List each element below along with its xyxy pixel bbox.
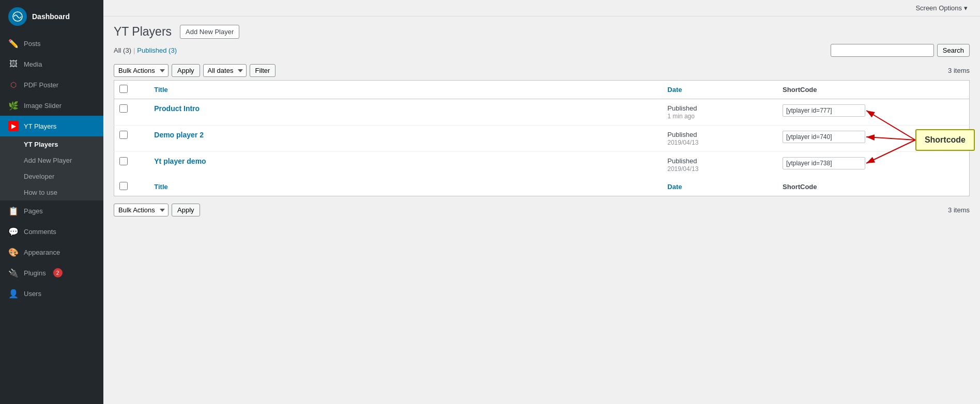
table-row: Yt player demo Published 2019/04/13 — [114, 152, 970, 178]
table-wrapper: Title Date ShortCode — [114, 80, 970, 196]
sidebar-logo[interactable]: Dashboard — [0, 0, 103, 33]
sidebar-logo-text: Dashboard — [32, 12, 70, 21]
sidebar: Dashboard ✏️ Posts 🖼 Media ⬡ PDF Poster … — [0, 0, 103, 404]
submenu-add-new-player[interactable]: Add New Player — [0, 152, 103, 168]
posts-icon: ✏️ — [8, 38, 19, 49]
search-input[interactable] — [831, 44, 934, 57]
submenu-yt-players[interactable]: YT Players — [0, 136, 103, 152]
pages-icon: 📋 — [8, 206, 19, 216]
filter-published[interactable]: Published (3) — [137, 46, 177, 54]
sidebar-item-comments[interactable]: 💬 Comments — [0, 221, 103, 242]
screen-options-button[interactable]: Screen Options ▾ — [911, 2, 972, 14]
row-date-cell-0: Published 1 min ago — [662, 99, 777, 126]
tfoot-th-checkbox — [114, 178, 149, 196]
bulk-actions-select-top[interactable]: Bulk Actions — [114, 64, 169, 77]
title-sort-link[interactable]: Title — [154, 86, 168, 94]
add-new-player-button[interactable]: Add New Player — [180, 25, 239, 39]
row-shortcode-cell-2 — [777, 152, 969, 178]
toolbar-top: Bulk Actions Apply All dates Filter 3 it… — [103, 61, 980, 80]
row-date-cell-2: Published 2019/04/13 — [662, 152, 777, 178]
row-title-link-1[interactable]: Demo player 2 — [154, 131, 204, 139]
media-icon: 🖼 — [8, 59, 19, 69]
row-checkbox-cell — [114, 152, 149, 178]
items-count-top: 3 items — [948, 67, 970, 74]
date-sort-link[interactable]: Date — [667, 86, 682, 94]
select-all-checkbox-bottom[interactable] — [119, 182, 128, 190]
sidebar-item-image-slider-label: Image Slider — [24, 102, 62, 110]
tfoot-date-sort-link[interactable]: Date — [667, 183, 682, 191]
th-date: Date — [662, 81, 777, 99]
search-bar: Search — [831, 44, 970, 57]
topbar: Screen Options ▾ — [103, 0, 980, 17]
image-slider-icon: 🌿 — [8, 100, 19, 111]
screen-options-chevron-icon: ▾ — [964, 4, 968, 12]
users-icon: 👤 — [8, 288, 19, 299]
row-checkbox-1[interactable] — [119, 131, 128, 139]
search-button[interactable]: Search — [937, 44, 970, 57]
sidebar-item-users-label: Users — [24, 290, 41, 298]
table-row: Demo player 2 Published 2019/04/13 — [114, 126, 970, 152]
items-count-bottom: 3 items — [948, 206, 970, 214]
th-title: Title — [149, 81, 662, 99]
pdf-poster-icon: ⬡ — [8, 80, 19, 90]
th-checkbox — [114, 81, 149, 99]
sidebar-item-plugins-label: Plugins — [24, 269, 46, 277]
sidebar-item-media[interactable]: 🖼 Media — [0, 54, 103, 74]
filter-button[interactable]: Filter — [250, 64, 276, 77]
shortcode-input-1[interactable] — [783, 131, 865, 143]
wp-logo-icon — [8, 7, 27, 26]
sidebar-item-yt-players[interactable]: ▶ YT Players — [0, 116, 103, 136]
players-table: Title Date ShortCode — [114, 80, 970, 196]
bulk-actions-select-bottom[interactable]: Bulk Actions — [114, 204, 169, 216]
page-header: YT Players Add New Player — [103, 17, 980, 44]
row-title-link-0[interactable]: Product Intro — [154, 104, 200, 113]
annotation-box: Shortcode — [915, 129, 975, 151]
comments-icon: 💬 — [8, 226, 19, 237]
sidebar-item-users[interactable]: 👤 Users — [0, 283, 103, 304]
shortcode-input-2[interactable] — [783, 157, 865, 169]
screen-options-label: Screen Options — [915, 4, 962, 12]
yt-players-icon: ▶ — [8, 121, 19, 131]
sidebar-item-posts-label: Posts — [24, 40, 41, 48]
sidebar-item-media-label: Media — [24, 60, 42, 68]
submenu-developer[interactable]: Developer — [0, 168, 103, 184]
apply-button-bottom[interactable]: Apply — [172, 204, 200, 216]
toolbar-bottom: Bulk Actions Apply 3 items — [103, 200, 980, 220]
select-all-checkbox[interactable] — [119, 85, 128, 93]
sidebar-item-plugins[interactable]: 🔌 Plugins 2 — [0, 262, 103, 283]
apply-button-top[interactable]: Apply — [172, 64, 200, 77]
shortcode-input-0[interactable] — [783, 104, 865, 117]
th-shortcode: ShortCode — [777, 81, 969, 99]
table-body: Product Intro Published 1 min ago Demo p… — [114, 99, 970, 178]
tfoot-th-title: Title — [149, 178, 662, 196]
plugins-badge: 2 — [53, 268, 63, 277]
table-row: Product Intro Published 1 min ago — [114, 99, 970, 126]
sidebar-item-appearance-label: Appearance — [24, 248, 60, 256]
sidebar-item-appearance[interactable]: 🎨 Appearance — [0, 242, 103, 262]
sidebar-item-image-slider[interactable]: 🌿 Image Slider — [0, 95, 103, 116]
sidebar-item-posts[interactable]: ✏️ Posts — [0, 33, 103, 54]
annotation-label: Shortcode — [925, 135, 966, 144]
filter-all[interactable]: All (3) — [114, 46, 131, 54]
appearance-icon: 🎨 — [8, 247, 19, 257]
submenu-how-to-use[interactable]: How to use — [0, 184, 103, 200]
tfoot-th-shortcode: ShortCode — [777, 178, 969, 196]
sidebar-item-comments-label: Comments — [24, 228, 56, 236]
tfoot-th-date: Date — [662, 178, 777, 196]
date-filter-select[interactable]: All dates — [203, 64, 247, 77]
sidebar-item-yt-players-label: YT Players — [24, 122, 56, 130]
yt-players-submenu: YT Players Add New Player Developer How … — [0, 136, 103, 200]
row-shortcode-cell-0 — [777, 99, 969, 126]
sidebar-item-pages[interactable]: 📋 Pages — [0, 200, 103, 221]
row-title-cell-1: Demo player 2 — [149, 126, 662, 152]
tfoot-title-sort-link[interactable]: Title — [154, 183, 168, 191]
row-checkbox-0[interactable] — [119, 104, 128, 113]
main-content: Screen Options ▾ YT Players Add New Play… — [103, 0, 980, 404]
row-checkbox-2[interactable] — [119, 157, 128, 165]
row-title-link-2[interactable]: Yt player demo — [154, 157, 206, 165]
row-checkbox-cell — [114, 126, 149, 152]
page-title: YT Players — [114, 25, 172, 39]
sidebar-item-pdf-poster[interactable]: ⬡ PDF Poster — [0, 74, 103, 95]
row-checkbox-cell — [114, 99, 149, 126]
row-title-cell-0: Product Intro — [149, 99, 662, 126]
